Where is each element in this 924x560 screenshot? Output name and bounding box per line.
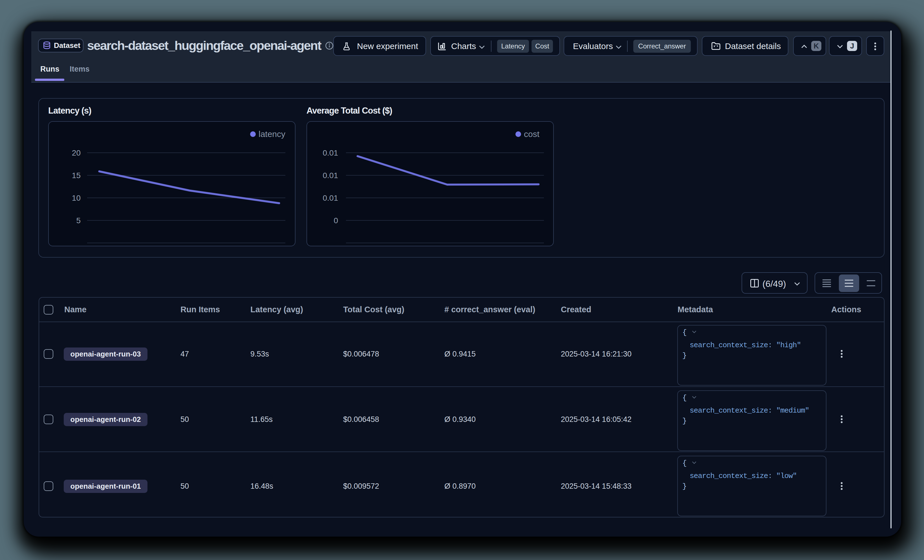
svg-text:15: 15: [72, 171, 81, 180]
svg-text:0.01: 0.01: [323, 148, 338, 157]
svg-text:0.01: 0.01: [323, 194, 338, 202]
svg-text:latency: latency: [258, 129, 285, 139]
svg-text:cost: cost: [524, 129, 540, 139]
svg-text:10: 10: [72, 194, 81, 202]
svg-text:20: 20: [72, 148, 81, 157]
svg-text:0.01: 0.01: [323, 171, 338, 180]
svg-text:0: 0: [334, 216, 338, 225]
svg-text:5: 5: [76, 216, 81, 225]
